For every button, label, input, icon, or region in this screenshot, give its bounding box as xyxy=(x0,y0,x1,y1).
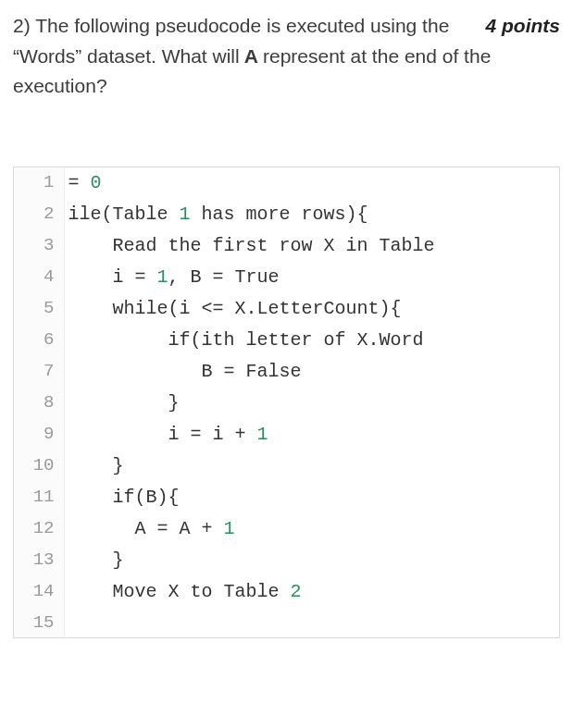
points-label: 4 points xyxy=(485,11,560,42)
code-row: 11 if(B){ xyxy=(14,482,559,513)
code-line: if(B){ xyxy=(64,482,559,513)
line-number: 11 xyxy=(14,482,64,513)
code-row: 1= 0 xyxy=(14,167,559,199)
code-line: } xyxy=(64,545,559,576)
code-line: while(i <= X.LetterCount){ xyxy=(64,293,559,325)
code-line: B = False xyxy=(64,356,559,388)
line-number: 12 xyxy=(14,513,64,545)
code-line: Move X to Table 2 xyxy=(64,576,559,608)
code-token: while(i <= X.LetterCount){ xyxy=(69,298,402,319)
code-row: 6 if(ith letter of X.Word xyxy=(14,325,559,356)
code-row: 13 } xyxy=(14,545,559,576)
code-row: 12 A = A + 1 xyxy=(14,513,559,545)
code-token: Move X to Table xyxy=(69,581,291,602)
line-number: 7 xyxy=(14,356,64,388)
code-token: A = A + xyxy=(69,518,224,539)
code-row: 14 Move X to Table 2 xyxy=(14,576,559,608)
code-line: ile(Table 1 has more rows){ xyxy=(64,199,559,230)
line-number: 6 xyxy=(14,325,64,356)
line-number: 10 xyxy=(14,450,64,482)
code-token: 1 xyxy=(157,266,168,288)
code-block: 1= 02ile(Table 1 has more rows){3 Read t… xyxy=(13,167,560,638)
code-line: } xyxy=(64,388,559,419)
code-token: ile(Table xyxy=(69,204,180,225)
code-row: 8 } xyxy=(14,388,559,419)
code-token: Read the first row X in Table xyxy=(69,235,446,256)
code-token: = xyxy=(69,172,91,193)
code-table: 1= 02ile(Table 1 has more rows){3 Read t… xyxy=(14,167,559,637)
code-line: i = 1, B = True xyxy=(64,262,559,293)
code-token: 1 xyxy=(224,518,235,539)
code-token: } xyxy=(69,455,124,476)
code-line: A = A + 1 xyxy=(64,513,559,545)
code-line: } xyxy=(64,450,559,482)
line-number: 5 xyxy=(14,293,64,325)
line-number: 8 xyxy=(14,388,64,419)
code-token: 1 xyxy=(257,424,268,445)
code-row: 3 Read the first row X in Table xyxy=(14,230,559,262)
question-line-a: The following pseudocode is xyxy=(35,15,280,36)
code-token: i = i + xyxy=(69,424,257,445)
code-token: , B = True xyxy=(168,266,280,288)
code-token: if(B){ xyxy=(69,487,180,508)
code-token: 0 xyxy=(91,172,102,193)
question-text: 2) The following pseudocode is 4 points … xyxy=(13,11,560,102)
code-line: Read the first row X in Table xyxy=(64,230,559,262)
code-row: 4 i = 1, B = True xyxy=(14,262,559,293)
line-number: 3 xyxy=(14,230,64,262)
code-token: 2 xyxy=(291,581,302,602)
question-number: 2) xyxy=(13,15,31,36)
code-line: if(ith letter of X.Word xyxy=(64,325,559,356)
code-line xyxy=(64,608,559,637)
code-token: has more rows){ xyxy=(191,204,368,225)
code-row: 7 B = False xyxy=(14,356,559,388)
line-number: 13 xyxy=(14,545,64,576)
code-row: 9 i = i + 1 xyxy=(14,419,559,450)
code-token: } xyxy=(69,392,180,413)
code-token: B = False xyxy=(69,361,302,382)
code-row: 10 } xyxy=(14,450,559,482)
code-token: 1 xyxy=(180,204,191,225)
code-token: } xyxy=(69,549,124,571)
line-number: 14 xyxy=(14,576,64,608)
code-row: 2ile(Table 1 has more rows){ xyxy=(14,199,559,230)
code-row: 15 xyxy=(14,608,559,637)
line-number: 2 xyxy=(14,199,64,230)
code-token: if(ith letter of X.Word xyxy=(69,329,435,351)
code-line: = 0 xyxy=(64,167,559,199)
line-number: 4 xyxy=(14,262,64,293)
line-number: 1 xyxy=(14,167,64,199)
line-number: 15 xyxy=(14,608,64,637)
line-number: 9 xyxy=(14,419,64,450)
question-var-a: A xyxy=(240,45,263,67)
code-line: i = i + 1 xyxy=(64,419,559,450)
code-token: i = xyxy=(69,266,157,288)
code-row: 5 while(i <= X.LetterCount){ xyxy=(14,293,559,325)
